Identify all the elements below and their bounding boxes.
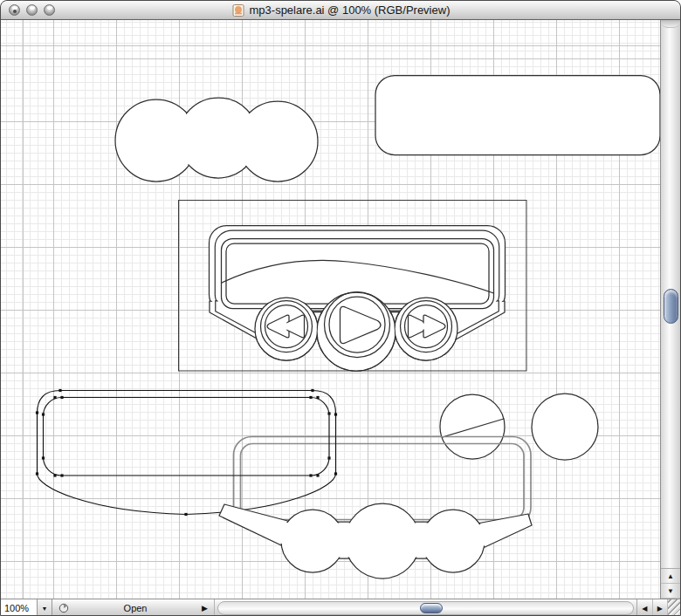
cloud-blob-shape[interactable]	[115, 98, 318, 181]
window-title: mp3-spelare.ai @ 100% (RGB/Preview)	[250, 3, 451, 17]
vertical-scrollbar-cap	[661, 20, 680, 28]
status-display[interactable]: Open ▶	[52, 599, 215, 616]
vertical-scrollbar-arrows: ▲ ▼	[661, 568, 680, 599]
canvas-grid[interactable]	[1, 20, 660, 599]
zoom-dropdown-button[interactable]: ▼	[38, 599, 52, 616]
horizontal-scrollbar-thumb[interactable]	[420, 603, 443, 613]
status-bar: 100% ▼ Open ▶ ◀ ▶	[1, 599, 680, 616]
scroll-left-button[interactable]: ◀	[637, 599, 653, 616]
dropdown-arrow-icon: ▼	[42, 606, 48, 612]
scroll-down-button[interactable]: ▼	[661, 584, 680, 599]
timer-icon	[58, 603, 69, 613]
horizontal-scrollbar[interactable]	[217, 601, 634, 615]
zoom-level-value: 100%	[4, 603, 29, 613]
vertical-scrollbar[interactable]: ▲ ▼	[660, 20, 680, 599]
modified-dot-icon	[13, 10, 17, 13]
scroll-up-button[interactable]: ▲	[661, 569, 680, 584]
rounded-rectangle-shape[interactable]	[375, 76, 660, 155]
left-arrow-icon: ◀	[642, 605, 647, 613]
title-group: mp3-spelare.ai @ 100% (RGB/Preview)	[231, 3, 451, 17]
player-base-with-button-bumps[interactable]	[219, 503, 532, 578]
mp3-player-front-panel[interactable]	[210, 226, 506, 372]
zoom-level-field[interactable]: 100%	[1, 599, 38, 616]
zoom-button[interactable]	[44, 4, 55, 16]
illustrator-document-window: mp3-spelare.ai @ 100% (RGB/Preview)	[0, 0, 681, 616]
horizontal-scrollbar-arrows: ◀ ▶	[636, 599, 668, 616]
up-arrow-icon: ▲	[667, 572, 674, 580]
circle-with-chord[interactable]	[440, 394, 505, 459]
scroll-right-button[interactable]: ▶	[653, 599, 669, 616]
status-flyout-icon[interactable]: ▶	[202, 604, 208, 613]
anchor-points[interactable]	[36, 389, 337, 516]
vertical-scrollbar-thumb[interactable]	[664, 289, 678, 324]
titlebar[interactable]: mp3-spelare.ai @ 100% (RGB/Preview)	[1, 1, 680, 20]
resize-grip[interactable]	[668, 599, 680, 616]
down-arrow-icon: ▼	[667, 587, 674, 595]
illustrator-document-icon	[231, 3, 245, 17]
status-label: Open	[73, 603, 197, 613]
minimize-button[interactable]	[26, 4, 38, 16]
plain-circle[interactable]	[532, 394, 598, 460]
right-arrow-icon: ▶	[657, 605, 663, 613]
window-controls	[9, 4, 55, 16]
close-button[interactable]	[9, 4, 20, 16]
selected-path-with-anchor-points[interactable]	[38, 391, 336, 515]
